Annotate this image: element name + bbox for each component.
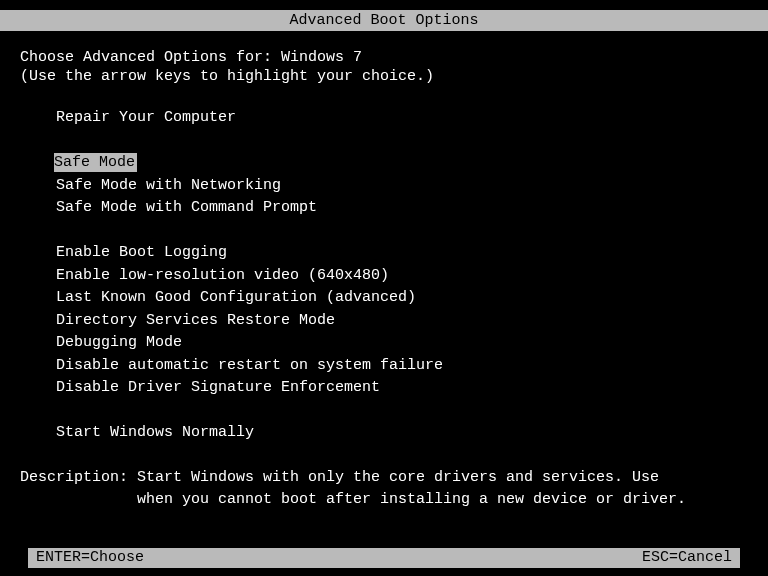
option-safe-mode-networking[interactable]: Safe Mode with Networking bbox=[20, 175, 748, 198]
header-prefix: Choose Advanced Options for: bbox=[20, 49, 281, 66]
option-disable-driver-sig-enforcement[interactable]: Disable Driver Signature Enforcement bbox=[20, 377, 748, 400]
spacer bbox=[20, 130, 748, 153]
footer-enter-hint: ENTER=Choose bbox=[36, 548, 144, 568]
option-disable-auto-restart[interactable]: Disable automatic restart on system fail… bbox=[20, 355, 748, 378]
header-line-2: (Use the arrow keys to highlight your ch… bbox=[20, 68, 748, 85]
description-label: Description: bbox=[20, 469, 137, 486]
footer-bar: ENTER=Choose ESC=Cancel bbox=[28, 548, 740, 568]
content-area: Choose Advanced Options for: Windows 7 (… bbox=[0, 31, 768, 511]
option-enable-boot-logging[interactable]: Enable Boot Logging bbox=[20, 242, 748, 265]
option-repair-your-computer[interactable]: Repair Your Computer bbox=[20, 107, 748, 130]
description-text-1: Start Windows with only the core drivers… bbox=[137, 469, 659, 486]
spacer bbox=[20, 220, 748, 243]
description-line-1: Description: Start Windows with only the… bbox=[20, 467, 748, 489]
title-bar: Advanced Boot Options bbox=[0, 10, 768, 31]
option-last-known-good-config[interactable]: Last Known Good Configuration (advanced) bbox=[20, 287, 748, 310]
option-directory-services-restore[interactable]: Directory Services Restore Mode bbox=[20, 310, 748, 333]
option-enable-low-res-video[interactable]: Enable low-resolution video (640x480) bbox=[20, 265, 748, 288]
option-debugging-mode[interactable]: Debugging Mode bbox=[20, 332, 748, 355]
option-safe-mode-command-prompt[interactable]: Safe Mode with Command Prompt bbox=[20, 197, 748, 220]
description-line-2: when you cannot boot after installing a … bbox=[20, 489, 748, 511]
description-block: Description: Start Windows with only the… bbox=[20, 467, 748, 511]
footer-esc-hint: ESC=Cancel bbox=[642, 548, 732, 568]
option-safe-mode[interactable]: Safe Mode bbox=[20, 152, 748, 175]
boot-options-list: Repair Your Computer Safe Mode Safe Mode… bbox=[20, 107, 748, 445]
spacer bbox=[20, 400, 748, 423]
title-text: Advanced Boot Options bbox=[289, 12, 478, 29]
header-line-1: Choose Advanced Options for: Windows 7 bbox=[20, 49, 748, 66]
header-os: Windows 7 bbox=[281, 49, 362, 66]
option-start-windows-normally[interactable]: Start Windows Normally bbox=[20, 422, 748, 445]
